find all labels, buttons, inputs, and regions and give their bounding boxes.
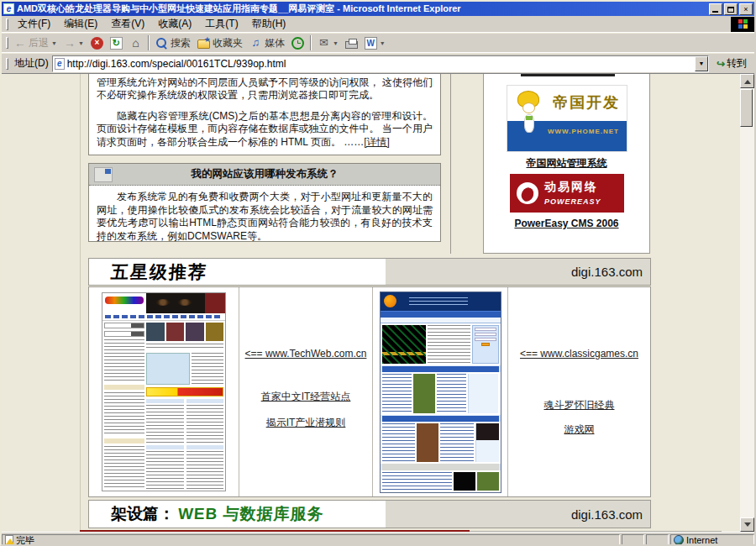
edit-button[interactable]: W ▼	[361, 34, 389, 52]
footer-domain: digi.163.com	[386, 501, 650, 528]
home-icon: ⌂	[129, 37, 142, 50]
techweb-thumb-sidebar	[104, 323, 144, 489]
addressbar-grip[interactable]	[6, 58, 8, 70]
techweb-thumb-header	[102, 293, 225, 313]
scrollbar-thumb[interactable]	[740, 89, 753, 127]
address-dropdown-button[interactable]: ▼	[695, 56, 708, 71]
recommend-table: <== www.TechWeb.com.cn 首家中文IT经营站点 揭示IT产业…	[88, 286, 651, 497]
refresh-button[interactable]: ↻	[107, 34, 126, 52]
question-header: 我的网站应该用哪种发布系统？	[89, 164, 440, 186]
home-button[interactable]: ⌂	[126, 34, 145, 52]
classicgames-url-link[interactable]: <== www.classicgames.cn	[520, 348, 638, 360]
stop-icon: ×	[91, 37, 103, 50]
stop-button[interactable]: ×	[87, 34, 107, 52]
scroll-up-button[interactable]	[740, 74, 754, 88]
classicgames-desc-link-2[interactable]: 游戏网	[564, 423, 595, 437]
question-title: 我的网站应该用哪种发布系统？	[119, 168, 440, 181]
browser-window: e AMD双核心皓龙处理器导购与中小型网址快速建站应用指南专题__网易评测室 -…	[0, 0, 756, 546]
techweb-desc-link-2[interactable]: 揭示IT产业潜规则	[266, 416, 346, 430]
forward-dropdown-icon[interactable]: ▼	[78, 40, 84, 46]
classicgames-thumb-header	[381, 292, 501, 311]
page-icon: e	[55, 58, 65, 70]
restore-button[interactable]	[724, 3, 738, 15]
address-input[interactable]: e http://digi.163.com/special/00161TCL/9…	[52, 55, 709, 72]
classicgames-thumb-row3	[381, 422, 501, 465]
column-divider	[450, 74, 451, 254]
toolbar-grip[interactable]	[6, 37, 8, 49]
menu-file[interactable]: 文件(F)	[11, 15, 57, 33]
close-button[interactable]: ×	[739, 3, 753, 15]
ie-app-icon: e	[3, 3, 14, 14]
powereasy-cms-link[interactable]: PowerEasy CMS 2006	[484, 218, 649, 229]
powereasy-banner[interactable]: 动易网络 POWEREASY	[510, 174, 624, 213]
techweb-desc-link-1[interactable]: 首家中文IT经营站点	[261, 390, 351, 404]
classicgames-thumb-row1	[381, 323, 501, 365]
powereasy-banner-title: 动易网络	[544, 180, 598, 193]
media-button[interactable]: ♫ 媒体	[246, 34, 288, 52]
page-left-rule	[80, 74, 81, 532]
classicgames-screenshot[interactable]	[380, 291, 501, 493]
techweb-cell	[89, 287, 239, 496]
techweb-screenshot[interactable]	[102, 292, 226, 491]
empire-cms-link[interactable]: 帝国网站管理系统	[484, 156, 649, 171]
clipped-sidebar-link[interactable]	[521, 74, 615, 76]
gray-divider-line	[470, 531, 722, 532]
question-body: 发布系统常见的有免费和收费两个大类，对于小型网址和更新量不大的网址，使用操作比较…	[89, 186, 440, 242]
history-icon	[291, 37, 304, 50]
back-button[interactable]: ← 后退 ▼	[11, 34, 60, 52]
favorites-icon	[197, 39, 210, 49]
vertical-scrollbar[interactable]	[740, 74, 754, 532]
search-button[interactable]: 搜索	[152, 34, 194, 52]
mail-button[interactable]: ✉ ▼	[314, 34, 342, 52]
menu-tools[interactable]: 工具(T)	[198, 15, 244, 33]
question-box: 我的网站应该用哪种发布系统？ 发布系统常见的有免费和收费两个大类，对于小型网址和…	[88, 163, 441, 242]
back-dropdown-icon[interactable]: ▼	[51, 40, 57, 46]
address-url[interactable]: http://digi.163.com/special/00161TCL/939…	[67, 58, 695, 70]
print-button[interactable]	[342, 34, 361, 52]
cms-article-box: 内容管理系统也简化了网站的内容CMS和内容合理的发布变化。很多内容 管理系统允许…	[88, 74, 441, 155]
recommend-domain: digi.163.com	[386, 259, 650, 285]
mail-dropdown-icon[interactable]: ▼	[333, 40, 339, 46]
scroll-down-button[interactable]	[740, 517, 754, 532]
mail-icon: ✉	[318, 37, 330, 50]
search-icon	[155, 37, 168, 50]
techweb-thumb-body	[102, 321, 225, 491]
techweb-thumb-banner	[146, 293, 205, 313]
menubar-grip[interactable]	[6, 18, 8, 30]
menu-help[interactable]: 帮助(H)	[245, 15, 293, 33]
classicgames-links-cell: <== www.classicgames.cn 魂斗罗怀旧经典 游戏网	[508, 287, 650, 496]
favorites-button[interactable]: 收藏夹	[194, 34, 246, 52]
article-paragraph-1: 管理系统允许对网站的不同层面人员赋予不同等级的访问权限， 这使得他们不必研究操作…	[97, 76, 433, 102]
menu-edit[interactable]: 编辑(E)	[57, 15, 104, 33]
history-button[interactable]	[288, 34, 307, 52]
minimize-button[interactable]	[709, 3, 722, 15]
print-icon	[345, 41, 358, 49]
techweb-thumb-cartoon	[146, 353, 190, 385]
standard-toolbar: ← 后退 ▼ → ▼ × ↻ ⌂ 搜索 收藏夹 ♫ 媒体 ✉ ▼	[2, 33, 754, 53]
empire-banner-title: 帝国开发	[553, 92, 620, 113]
details-link[interactable]: [详情]	[364, 136, 390, 148]
forward-button[interactable]: → ▼	[60, 34, 87, 52]
toolbar-separator	[310, 35, 312, 50]
techweb-thumb-logo	[102, 293, 146, 313]
edit-dropdown-icon[interactable]: ▼	[380, 40, 386, 46]
classicgames-thumb-shot-green	[413, 374, 435, 413]
status-pane-2	[646, 534, 669, 546]
recommend-band: 五星级推荐 digi.163.com	[88, 258, 651, 286]
classicgames-thumb-row2	[381, 372, 501, 415]
menu-favorites[interactable]: 收藏(A)	[151, 15, 198, 33]
empire-cms-banner[interactable]: 帝国开发 WWW.PHOME.NET	[507, 85, 627, 152]
footer-prefix: 架设篇：	[111, 503, 175, 525]
menu-view[interactable]: 查看(V)	[104, 15, 151, 33]
go-button[interactable]: ↪ 转到	[712, 55, 751, 71]
go-arrow-icon: ↪	[717, 58, 725, 70]
techweb-url-link[interactable]: <== www.TechWeb.com.cn	[245, 348, 367, 360]
classicgames-thumb-game-shot	[382, 325, 426, 364]
scroll-down-icon	[744, 522, 751, 530]
zone-label: Internet	[686, 535, 717, 545]
scroll-up-icon	[744, 76, 751, 84]
titlebar: e AMD双核心皓龙处理器导购与中小型网址快速建站应用指南专题__网易评测室 -…	[2, 2, 754, 16]
scrollbar-track[interactable]	[740, 88, 754, 517]
article-paragraph-2: 隐藏在内容管理系统(CMS)之后的基本思想是分离内容的管理和设计。页面设计存储在…	[97, 110, 433, 150]
classicgames-desc-link-1[interactable]: 魂斗罗怀旧经典	[544, 398, 615, 412]
